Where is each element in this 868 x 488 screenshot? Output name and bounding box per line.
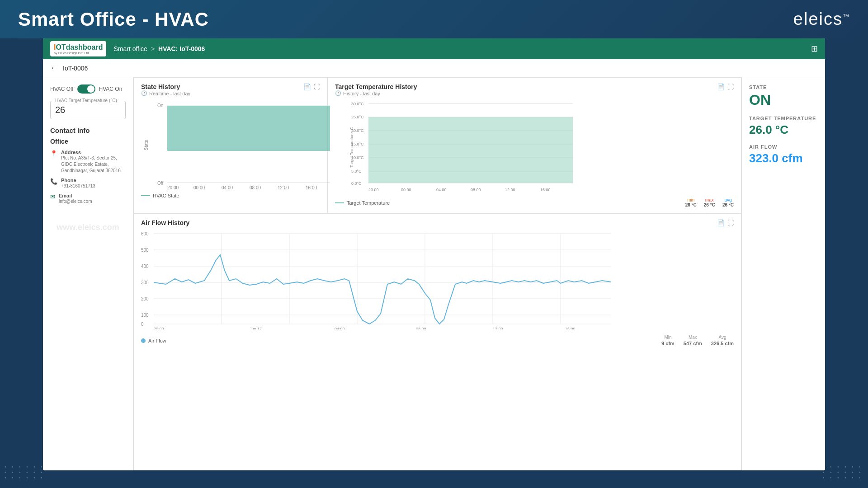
svg-text:600: 600 (141, 231, 149, 236)
state-history-subtitle: 🕐 Realtime - last day (141, 90, 190, 96)
state-label: STATE (749, 84, 818, 90)
svg-text:5.0°C: 5.0°C (351, 169, 362, 174)
target-temp-subtitle: 🕐 History - last day (335, 90, 417, 96)
watermark: www.eleics.com (50, 223, 126, 232)
svg-text:20:00: 20:00 (167, 185, 179, 189)
target-temp-history-card: Target Temperature History 🕐 History - l… (328, 77, 741, 213)
airflow-title: Air Flow History (141, 219, 189, 226)
svg-text:25.0°C: 25.0°C (351, 115, 364, 119)
svg-text:300: 300 (141, 280, 149, 285)
target-temp-value: 26.0 °C (749, 123, 818, 137)
contact-section: Contact Info Office 📍 Address Plot No. A… (50, 127, 126, 205)
temp-stats: min 26 °C max 26 °C avg 26 °C (685, 197, 734, 207)
address-label: Address (61, 150, 126, 155)
fullscreen-icon[interactable]: ⛶ (314, 83, 320, 90)
phone-value: +91-8160751713 (61, 183, 95, 189)
target-temp-icons[interactable]: 📄 ⛶ (717, 83, 734, 90)
airflow-history-card: Air Flow History 📄 ⛶ 600 500 400 300 200… (133, 214, 741, 470)
phone-label: Phone (61, 178, 95, 183)
airflow-reading-label: AIR FLOW (749, 144, 818, 150)
email-icon: ✉ (50, 193, 55, 200)
state-history-card: State History 🕐 Realtime - last day 📄 ⛶ (133, 77, 328, 213)
contact-title: Contact Info (50, 127, 126, 134)
fullscreen-icon-3[interactable]: ⛶ (727, 219, 734, 226)
airflow-stats: Min 9 cfm Max 547 cfm Avg 326.5 cfm (661, 335, 734, 346)
svg-text:00:00: 00:00 (193, 185, 205, 189)
svg-text:200: 200 (141, 296, 149, 301)
temp-input-label: HVAC Target Temperature (°C) (54, 98, 118, 103)
svg-text:On: On (157, 103, 163, 108)
hvac-toggle[interactable]: HVAC Off HVAC On (50, 84, 126, 94)
dots-decoration-right: ●●●●●● ●●●●●● ●●●●●● (823, 465, 863, 479)
svg-text:30.0°C: 30.0°C (351, 102, 364, 106)
airflow-icons[interactable]: 📄 ⛶ (717, 219, 734, 226)
svg-text:12:00: 12:00 (493, 327, 503, 329)
target-temp-title: Target Temperature History (335, 83, 417, 90)
svg-text:20:00: 20:00 (154, 327, 164, 329)
airflow-legend: Air Flow (141, 338, 166, 343)
temp-y-label: Target Temperature, C (349, 127, 354, 167)
hvac-toggle-switch[interactable] (77, 84, 95, 94)
svg-rect-4 (167, 106, 330, 151)
phone-item: 📞 Phone +91-8160751713 (50, 178, 126, 189)
back-bar: ← IoT-0006 (43, 59, 825, 77)
email-value: info@eleics.com (59, 198, 92, 205)
dots-decoration: ●●●●●● ●●●●●● ●●●●●● (5, 465, 45, 479)
contact-office: Office (50, 138, 126, 145)
state-history-icons[interactable]: 📄 ⛶ (303, 83, 320, 90)
airflow-chart: 600 500 400 300 200 100 0 (141, 230, 611, 329)
email-item: ✉ Email info@eleics.com (50, 193, 126, 205)
hvac-off-label: HVAC Off (50, 86, 74, 92)
address-item: 📍 Address Plot No. A35/T-3, Sector 25, G… (50, 150, 126, 174)
state-history-legend: HVAC State (141, 193, 320, 198)
svg-text:08:00: 08:00 (250, 185, 261, 189)
email-label: Email (59, 193, 92, 198)
expand-icon[interactable]: ⊞ (811, 44, 818, 54)
breadcrumb: Smart office > HVAC: IoT-0006 (113, 45, 205, 52)
right-panel: STATE ON TARGET TEMPERATURE 26.0 °C AIR … (741, 77, 825, 470)
svg-text:0.0°C: 0.0°C (351, 181, 362, 186)
state-history-chart: On Off 20:00 00:00 04:00 08:00 (154, 99, 330, 189)
download-icon-2[interactable]: 📄 (717, 83, 725, 90)
svg-text:Jun 17: Jun 17 (250, 327, 262, 329)
address-value: Plot No. A35/T-3, Sector 25, GIDC Electr… (61, 155, 126, 174)
target-temp-chart: 30.0°C 25.0°C 20.0°C 15.0°C 10.0°C 5.0°C… (351, 99, 573, 194)
target-temp-legend: Target Temperature (335, 200, 390, 206)
svg-text:04:00: 04:00 (335, 327, 345, 329)
state-history-title: State History (141, 83, 190, 90)
brand-logo: eleics™ (793, 9, 850, 29)
svg-text:20:00: 20:00 (368, 188, 379, 192)
temp-input-value: 26 (55, 105, 121, 115)
svg-text:04:00: 04:00 (222, 185, 233, 189)
svg-text:08:00: 08:00 (471, 188, 481, 192)
fullscreen-icon-2[interactable]: ⛶ (727, 83, 734, 90)
svg-text:Off: Off (157, 181, 163, 186)
page-title: Smart Office - HVAC (18, 9, 209, 30)
svg-text:500: 500 (141, 248, 149, 253)
svg-rect-25 (368, 117, 573, 183)
svg-text:12:00: 12:00 (278, 185, 289, 189)
svg-text:16:00: 16:00 (540, 188, 551, 192)
charts-area: State History 🕐 Realtime - last day 📄 ⛶ (133, 77, 741, 470)
state-value: ON (749, 92, 818, 108)
svg-text:04:00: 04:00 (436, 188, 447, 192)
iot-dashboard-logo: IOTdashboard by Eleics Design Pvt. Ltd. (50, 41, 106, 56)
top-charts-row: State History 🕐 Realtime - last day 📄 ⛶ (133, 77, 741, 214)
state-y-label: State (144, 140, 149, 150)
svg-text:00:00: 00:00 (401, 188, 411, 192)
top-header: Smart Office - HVAC eleics™ (0, 0, 868, 38)
phone-icon: 📞 (50, 178, 57, 185)
dashboard-container: IOTdashboard by Eleics Design Pvt. Ltd. … (43, 38, 825, 470)
svg-text:16:00: 16:00 (565, 327, 576, 329)
back-button[interactable]: ← (50, 63, 58, 73)
device-id-label: IoT-0006 (63, 65, 88, 72)
location-icon: 📍 (50, 150, 57, 157)
hvac-on-label: HVAC On (99, 86, 123, 92)
target-temp-label: TARGET TEMPERATURE (749, 116, 818, 121)
download-icon[interactable]: 📄 (303, 83, 311, 90)
svg-text:400: 400 (141, 264, 149, 269)
toggle-knob (87, 85, 94, 93)
download-icon-3[interactable]: 📄 (717, 219, 725, 226)
hvac-target-temp-input[interactable]: HVAC Target Temperature (°C) 26 (50, 101, 126, 119)
left-sidebar: HVAC Off HVAC On HVAC Target Temperature… (43, 77, 133, 470)
